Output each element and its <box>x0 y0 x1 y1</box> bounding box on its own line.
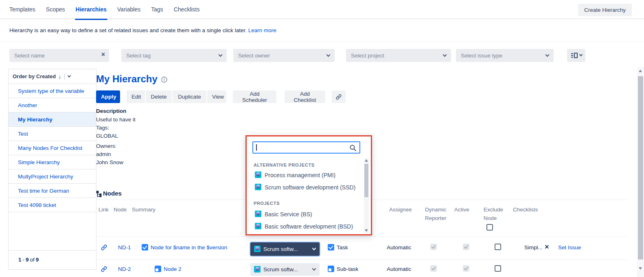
project-option[interactable]: Basic Service (BS) <box>265 211 312 218</box>
remove-checklist-icon[interactable]: × <box>545 243 549 251</box>
link-icon[interactable] <box>101 266 107 273</box>
scroll-down-icon[interactable] <box>639 267 642 270</box>
project-avatar-icon <box>255 171 261 178</box>
tab-checklists[interactable]: Checklists <box>174 0 200 19</box>
tags-value: GLOBAL <box>96 132 118 140</box>
sidebar-item[interactable]: MultyProject Hierarchy <box>9 169 96 184</box>
project-option[interactable]: Scrum software development (SSD) <box>265 184 355 191</box>
select-owner-label: Select owner <box>238 53 270 59</box>
sidebar-item-selected[interactable]: My Hierarchy <box>9 112 96 127</box>
node-key-link[interactable]: ND-1 <box>118 244 131 251</box>
project-option[interactable]: Process management (PMI) <box>265 172 335 178</box>
apply-button[interactable]: Apply <box>96 90 120 103</box>
name-filter: × <box>9 49 109 62</box>
select-name-input[interactable] <box>9 49 109 62</box>
project-avatar-icon <box>254 246 261 252</box>
pagination-of: of <box>30 257 35 263</box>
sidebar-item[interactable]: Simple Hierarchy <box>9 155 96 169</box>
page-to: 9 <box>26 257 29 263</box>
edit-button[interactable]: Edit <box>127 90 145 103</box>
tab-variables[interactable]: Variables <box>117 0 140 19</box>
project-picker-popup: ALTERNATIVE PROJECTS Process management … <box>245 135 372 235</box>
project-search-box <box>252 141 360 154</box>
project-select[interactable]: Scrum softw... <box>250 263 320 276</box>
select-project-dropdown[interactable]: Select project <box>346 49 451 62</box>
duplicate-button[interactable]: Duplicate <box>173 90 206 103</box>
node-summary-link[interactable]: Node for $name in the $version <box>151 244 227 251</box>
tab-hierarchies[interactable]: Hierarchies <box>76 0 107 19</box>
project-option[interactable]: Basic software development (BSD) <box>265 223 353 230</box>
link-icon[interactable] <box>101 244 107 251</box>
node-key-link[interactable]: ND-2 <box>118 266 131 272</box>
owner-name: John Snow <box>96 158 123 167</box>
page-title: My Hierarchy <box>96 73 158 85</box>
pagination-dash: - <box>23 257 25 263</box>
task-issue-icon <box>142 244 148 251</box>
set-issue-link[interactable]: Set Issue <box>558 244 581 251</box>
sidebar-item[interactable]: Test <box>9 127 96 141</box>
project-select-open[interactable]: Scrum softw... <box>250 242 320 256</box>
select-tag-label: Select tag <box>126 53 151 59</box>
col-header-exclude-node: Exclude Node <box>484 205 508 222</box>
clear-name-icon[interactable]: × <box>101 51 105 58</box>
chevron-down-icon <box>219 53 223 57</box>
tab-scopes[interactable]: Scopes <box>46 0 65 19</box>
top-navbar: Templates Scopes Hierarchies Variables T… <box>0 0 644 19</box>
node-summary-link[interactable]: Node 2 <box>164 266 182 272</box>
popup-scrollbar[interactable] <box>364 158 369 233</box>
active-checkbox <box>463 265 469 272</box>
chevron-down-icon[interactable] <box>68 74 71 77</box>
scroll-up-icon[interactable] <box>365 159 368 162</box>
tab-tags[interactable]: Tags <box>151 0 163 19</box>
sort-direction-arrow-icon[interactable]: ↓ <box>58 73 61 80</box>
description-value: Useful to have it <box>96 116 136 124</box>
scrollbar-thumb[interactable] <box>638 76 643 259</box>
scrollbar-thumb[interactable] <box>364 164 368 197</box>
dynamic-reporter-checkbox <box>430 265 437 272</box>
info-icon[interactable]: i <box>161 77 167 83</box>
exclude-node-checkbox[interactable] <box>495 244 501 250</box>
project-avatar-icon <box>255 223 261 229</box>
chevron-down-icon <box>312 246 316 251</box>
view-options-button[interactable] <box>567 49 585 62</box>
pagination: 1-9of9 <box>9 250 96 270</box>
sidebar-item[interactable]: System type of the variable <box>9 84 96 98</box>
sidebar-item[interactable]: Test time for German <box>9 184 96 198</box>
chevron-down-icon <box>326 53 331 57</box>
page-scrollbar[interactable] <box>637 67 644 277</box>
col-header-link: Link <box>99 205 109 214</box>
text-cursor <box>256 144 257 151</box>
sidebar-item[interactable]: Another <box>9 98 96 112</box>
scroll-up-icon[interactable] <box>639 70 642 72</box>
col-header-checklists: Checklists <box>513 205 538 214</box>
exclude-all-checkbox[interactable] <box>486 224 493 231</box>
add-scheduler-button[interactable]: Add Scheduler <box>233 90 276 103</box>
project-search-input[interactable] <box>253 142 359 153</box>
link-icon <box>335 94 342 100</box>
sidebar-item[interactable]: Test 4098 ticket <box>9 198 96 212</box>
learn-more-link[interactable]: Learn more <box>248 27 276 33</box>
select-tag-dropdown[interactable]: Select tag <box>121 49 227 62</box>
order-by-control[interactable]: Order by Created ↓ <box>9 69 96 84</box>
select-owner-dropdown[interactable]: Select owner <box>233 49 335 62</box>
description-label: Description <box>96 107 126 115</box>
add-checklist-button[interactable]: Add Checklist <box>285 90 325 103</box>
project-avatar-icon <box>254 266 261 273</box>
divider <box>96 236 627 237</box>
view-button[interactable]: View <box>207 90 226 103</box>
checklist-name: Simpl... <box>524 244 543 251</box>
assignee-value: Automatic <box>387 266 411 272</box>
nav-tabs: Templates Scopes Hierarchies Variables T… <box>9 0 200 19</box>
create-hierarchy-button[interactable]: Create Hierarchy <box>578 4 632 16</box>
select-issue-type-dropdown[interactable]: Select issue type <box>456 49 554 62</box>
delete-button[interactable]: Delete <box>146 90 172 103</box>
copy-link-button[interactable] <box>332 90 346 103</box>
exclude-node-checkbox[interactable] <box>495 265 501 272</box>
tab-templates[interactable]: Templates <box>9 0 35 19</box>
col-header-dynamic-reporter: Dynamic Reporter <box>425 205 454 222</box>
sidebar-item[interactable]: Many Nodes For Checklist <box>9 141 96 155</box>
chevron-down-icon <box>579 53 582 56</box>
col-header-active: Active <box>454 205 469 214</box>
detail-view-icon <box>571 53 578 58</box>
scroll-down-icon[interactable] <box>365 229 368 232</box>
